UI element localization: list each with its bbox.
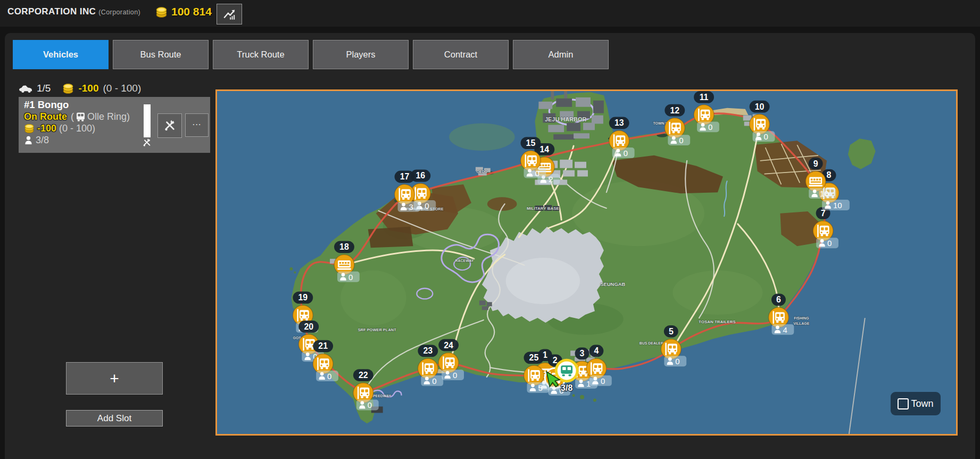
- tab-contract[interactable]: Contract: [413, 40, 509, 69]
- coin-icon: [62, 83, 74, 94]
- stop-number: 18: [339, 242, 349, 251]
- tab-bus-route[interactable]: Bus Route: [113, 40, 209, 69]
- map-label: SEUNGAB: [600, 281, 625, 287]
- stop-number: 12: [670, 106, 679, 115]
- waiting-passenger-count: 0: [348, 273, 353, 282]
- waiting-passenger-count: 0: [675, 357, 679, 366]
- vehicle-name: #1 Bongo: [24, 99, 69, 111]
- condition-gauge: [144, 104, 151, 137]
- tab-vehicles[interactable]: Vehicles: [13, 40, 109, 69]
- repair-button[interactable]: [157, 113, 182, 138]
- map-label: VILLAGE: [793, 322, 810, 325]
- tab-truck-route[interactable]: Truck Route: [213, 40, 309, 69]
- vehicle-income: -100: [37, 123, 56, 134]
- stop-number: 21: [318, 342, 328, 351]
- waiting-passenger-count: 0: [679, 136, 683, 145]
- vehicle-income-range: (0 - 100): [59, 123, 95, 134]
- waiting-passenger-count: 10: [833, 201, 842, 210]
- stop-number: 20: [304, 322, 313, 331]
- map-label: JEJU HARBOR: [545, 116, 586, 122]
- company-title: CORPORATION INC: [7, 6, 96, 17]
- stop-number: 22: [359, 371, 368, 380]
- waiting-passenger-count: 5: [538, 384, 542, 392]
- tab-bar: Vehicles Bus Route Truck Route Players C…: [13, 40, 609, 69]
- stop-number: 2: [553, 356, 558, 365]
- island-map[interactable]: JEJU HARBOROEDOFURNITURE STORETOWN BEACH…: [217, 91, 956, 434]
- waiting-passenger-count: 10: [820, 190, 829, 198]
- stop-number: 19: [298, 293, 308, 302]
- summary-income: -100: [78, 83, 98, 94]
- finance-chart-button[interactable]: [217, 4, 242, 24]
- waiting-passenger-count: 2: [549, 175, 553, 184]
- stop-number: 5: [669, 327, 674, 336]
- stop-number: 24: [444, 341, 453, 350]
- coin-icon: [155, 6, 168, 18]
- bus-occupancy-label: 3/8: [561, 383, 572, 392]
- car-icon: [19, 84, 32, 93]
- tab-players[interactable]: Players: [313, 40, 409, 69]
- waiting-passenger-count: 0: [425, 202, 429, 210]
- stop-number: 4: [594, 346, 599, 355]
- map-label: TOSAN TRAILERS: [699, 319, 736, 324]
- stop-number: 16: [416, 171, 425, 181]
- bus-route-icon: [76, 112, 86, 122]
- stop-number: 10: [755, 102, 765, 111]
- map-viewport[interactable]: JEJU HARBOROEDOFURNITURE STORETOWN BEACH…: [215, 89, 958, 436]
- map-label: RACEWAY: [455, 259, 474, 263]
- stop-number: 17: [400, 172, 410, 181]
- waiting-passenger-count: 0: [432, 377, 436, 386]
- vehicle-count: 1/5: [37, 83, 51, 94]
- vehicle-summary-row: 1/5 -100 (0 - 100): [19, 83, 141, 94]
- balance-amount: 100 814: [171, 5, 212, 18]
- stop-number: 13: [614, 118, 624, 127]
- vehicle-card[interactable]: #1 Bongo On Route ( Olle Ring) -100 (0 -…: [19, 97, 210, 153]
- waiting-passenger-count: 0: [708, 123, 712, 132]
- map-label: FISHING: [794, 316, 809, 320]
- vehicle-more-button[interactable]: ...: [185, 113, 209, 137]
- repair-status-icon: [143, 138, 151, 147]
- vehicle-card-text: #1 Bongo On Route ( Olle Ring) -100 (0 -…: [24, 99, 130, 146]
- stop-number: 3: [580, 349, 585, 358]
- waiting-passenger-count: 0: [827, 239, 832, 248]
- passenger-icon: [24, 136, 33, 145]
- waiting-passenger-count: 0: [327, 372, 331, 381]
- route-name: Olle Ring): [87, 111, 130, 122]
- waiting-passenger-count: 0: [368, 401, 372, 409]
- town-checkbox[interactable]: [898, 398, 909, 409]
- town-filter-toggle[interactable]: Town: [891, 392, 941, 415]
- vehicle-passengers: 3/8: [36, 135, 49, 146]
- company-type: (Corporation): [98, 9, 140, 16]
- waiting-passenger-count: 0: [764, 133, 768, 141]
- vehicle-status: On Route: [24, 111, 67, 122]
- waiting-passenger-count: 3: [409, 203, 413, 211]
- map-label: OEDO: [477, 170, 488, 174]
- stop-number: 9: [813, 159, 818, 168]
- stop-number: 25: [529, 353, 539, 362]
- company-name: CORPORATION INC(Corporation): [7, 6, 140, 17]
- stop-number: 23: [423, 346, 433, 355]
- chart-up-icon: [222, 8, 236, 21]
- top-bar: CORPORATION INC(Corporation) 100 814: [0, 0, 980, 27]
- waiting-passenger-count: 0: [624, 149, 628, 158]
- map-label: MILITARY BASE: [527, 206, 559, 211]
- map-label: SRF POWER PLANT: [358, 327, 397, 332]
- stop-number: 15: [526, 138, 536, 147]
- waiting-passenger-count: 0: [453, 371, 457, 380]
- summary-income-range: (0 - 100): [103, 83, 141, 94]
- waiting-passenger-count: 4: [783, 326, 787, 334]
- waiting-passenger-count: 0: [601, 377, 605, 386]
- stop-number: 6: [776, 295, 781, 304]
- tab-admin[interactable]: Admin: [513, 40, 609, 69]
- stop-number: 14: [539, 145, 549, 154]
- stop-number: 8: [827, 171, 832, 180]
- route-paren: (: [71, 111, 74, 122]
- balance-display: 100 814: [155, 5, 212, 18]
- corporation-panel: Vehicles Bus Route Truck Route Players C…: [5, 33, 975, 459]
- buy-vehicle-button[interactable]: +: [66, 362, 163, 395]
- coin-icon: [24, 123, 35, 134]
- tools-icon: [164, 120, 176, 132]
- stop-number: 11: [700, 93, 709, 102]
- waiting-passenger-count: 0: [535, 169, 539, 178]
- town-toggle-label: Town: [911, 398, 933, 409]
- add-slot-button[interactable]: Add Slot: [66, 410, 163, 427]
